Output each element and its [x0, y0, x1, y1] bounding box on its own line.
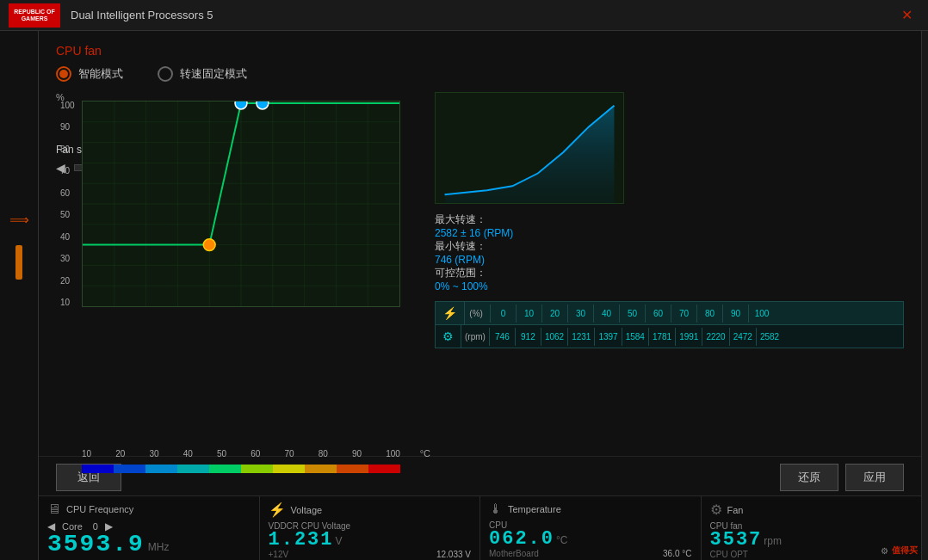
- voltage-value-row: 1.231 V: [269, 531, 472, 550]
- apply-button[interactable]: 应用: [845, 464, 904, 491]
- max-speed-value: 2582 ± 16 (RPM): [435, 227, 904, 239]
- temp-bar-segment-2: [114, 465, 145, 473]
- svg-point-19: [235, 102, 247, 109]
- svg-point-18: [203, 239, 215, 251]
- cpu-temp-unit: °C: [556, 534, 567, 546]
- pct-20: 20: [542, 305, 568, 323]
- mobo-temp-value: 36.0 °C: [663, 549, 691, 558]
- max-speed-label: 最大转速：: [435, 212, 904, 227]
- smart-mode-label: 智能模式: [78, 66, 123, 82]
- bolt-icon: ⚡: [436, 302, 465, 324]
- bottom-status-bar: 🖥 CPU Frequency ◀ Core 0 ▶ 3593.9 MHz ⚡: [39, 495, 921, 560]
- close-button[interactable]: ✕: [894, 5, 919, 25]
- restore-button[interactable]: 还原: [780, 464, 838, 491]
- fan-rpm-unit: rpm: [764, 535, 782, 547]
- voltage-title: Voltage: [291, 505, 323, 515]
- mobo-temp-label: MotherBoard: [489, 549, 539, 558]
- pct-100: 100: [749, 305, 775, 323]
- fan-curve-chart: % 100 90 80 70 60 50 40 30 20 10: [56, 92, 418, 443]
- buttons-row: 返回 还原 应用: [39, 456, 921, 495]
- content-area: CPU fan 智能模式 转速固定模式 %: [39, 31, 921, 456]
- cpu-freq-header: 🖥 CPU Frequency: [47, 502, 251, 517]
- fan-status-icon: ⚙: [710, 502, 722, 518]
- fan-status-header: ⚙ Fan: [710, 502, 913, 518]
- voltage-section: ⚡ Voltage VDDCR CPU Voltage 1.231 V +12V…: [260, 496, 481, 560]
- temp-bar-segment-5: [209, 465, 241, 473]
- left-sidebar: ⟹: [0, 31, 39, 560]
- right-scrollbar[interactable]: [921, 31, 928, 560]
- pct-30: 30: [568, 305, 594, 323]
- v12-value: 12.033 V: [436, 550, 471, 559]
- smart-mode-radio[interactable]: [56, 66, 71, 82]
- temp-bar-segment-6: [241, 465, 273, 473]
- temp-bar-segment-8: [305, 465, 337, 473]
- rpm-60: 1781: [649, 328, 676, 346]
- voltage-sub-rows: +12V 12.033 V: [269, 550, 472, 559]
- brand-watermark: 值得买: [892, 545, 918, 557]
- temp-bar-segment-7: [273, 465, 305, 473]
- temp-bar-segment-9: [337, 465, 368, 473]
- temp-sub-rows: MotherBoard 36.0 °C: [489, 549, 692, 558]
- rog-logo: REPUBLIC OFGAMERS: [9, 3, 60, 28]
- rpm-40: 1397: [595, 328, 622, 346]
- rpm-30: 1231: [568, 328, 595, 346]
- temp-header: 🌡 Temperature: [489, 502, 692, 517]
- chart-y-ticks: 100 90 80 70 60 50 40 30 20 10: [60, 101, 75, 307]
- window-title: Dual Intelligent Processors 5: [71, 9, 894, 22]
- rpm-50: 1584: [622, 328, 649, 346]
- rpm-80: 2220: [702, 328, 729, 346]
- range-label: 可控范围：: [435, 266, 904, 280]
- fan-section-status: ⚙ Fan CPU fan 3537 rpm CPU OPT: [702, 496, 922, 560]
- percent-header: (%): [465, 305, 491, 323]
- chart-area[interactable]: [82, 101, 400, 307]
- cpu-freq-unit: MHz: [148, 541, 170, 553]
- pct-0: 0: [491, 305, 517, 323]
- fan-speed-table: ⚡ (%) 0 10 20 30 40 50 60 70 80 90: [435, 301, 904, 348]
- temp-color-bar: [82, 465, 400, 473]
- fan-info-block: 最大转速： 2582 ± 16 (RPM) 最小转速： 746 (RPM) 可控…: [435, 212, 904, 292]
- range-value: 0% ~ 100%: [435, 280, 904, 292]
- min-speed-value: 746 (RPM): [435, 254, 904, 266]
- temperature-section: 🌡 Temperature CPU 062.0 °C MotherBoard 3…: [480, 496, 702, 560]
- fan-curve-svg: [83, 102, 399, 306]
- fan-icon: ⚙: [436, 325, 461, 348]
- chart-right-row: % 100 90 80 70 60 50 40 30 20 10: [56, 92, 904, 443]
- cpu-value-row: 3593.9 MHz: [47, 532, 251, 557]
- temp-title: Temperature: [508, 504, 561, 514]
- sidebar-arrow[interactable]: ⟹: [9, 212, 29, 228]
- temp-bar-segment-10: [368, 465, 400, 473]
- fan-table-header-percent: ⚡ (%) 0 10 20 30 40 50 60 70 80 90: [436, 302, 903, 325]
- cpu-freq-value: 3593.9: [47, 532, 145, 557]
- pct-60: 60: [646, 305, 671, 323]
- cpu-freq-title: CPU Frequency: [66, 504, 133, 514]
- mode-row: 智能模式 转速固定模式: [56, 66, 904, 82]
- rpm-100: 2582: [757, 328, 783, 346]
- svg-point-20: [257, 102, 269, 109]
- min-speed-label: 最小转速：: [435, 239, 904, 254]
- fan-status-title: Fan: [727, 505, 744, 515]
- temp-bar-segment-3: [145, 465, 177, 473]
- fan-table-row-rpm: ⚙ (rpm) 746 912 1062 1231 1397 1584 1781…: [436, 325, 903, 348]
- temp-icon: 🌡: [489, 502, 503, 517]
- smart-mode-option[interactable]: 智能模式: [56, 66, 123, 82]
- cpu-frequency-section: 🖥 CPU Frequency ◀ Core 0 ▶ 3593.9 MHz: [39, 496, 260, 560]
- cpu-opt-label: CPU OPT: [710, 550, 748, 559]
- voltage-12v-row: +12V 12.033 V: [269, 550, 472, 559]
- rpm-10: 912: [516, 328, 541, 346]
- fan-rpm-value: 3537: [710, 531, 763, 550]
- chart-x-labels: 10 20 30 40 50 60 70 80 90 100: [82, 449, 400, 458]
- pct-70: 70: [671, 305, 697, 323]
- pct-10: 10: [517, 305, 542, 323]
- fan-curve-preview: [435, 92, 624, 204]
- rpm-20: 1062: [541, 328, 568, 346]
- temp-bar-segment-4: [177, 465, 209, 473]
- voltage-value: 1.231: [269, 531, 334, 550]
- preview-svg: [436, 93, 623, 203]
- pct-50: 50: [620, 305, 646, 323]
- fixed-mode-radio[interactable]: [158, 66, 173, 82]
- rpm-90: 2472: [730, 328, 757, 346]
- fixed-mode-option[interactable]: 转速固定模式: [158, 66, 247, 82]
- pct-80: 80: [697, 305, 723, 323]
- cpu-icon: 🖥: [47, 502, 61, 517]
- rog-logo-img: REPUBLIC OFGAMERS: [9, 3, 60, 28]
